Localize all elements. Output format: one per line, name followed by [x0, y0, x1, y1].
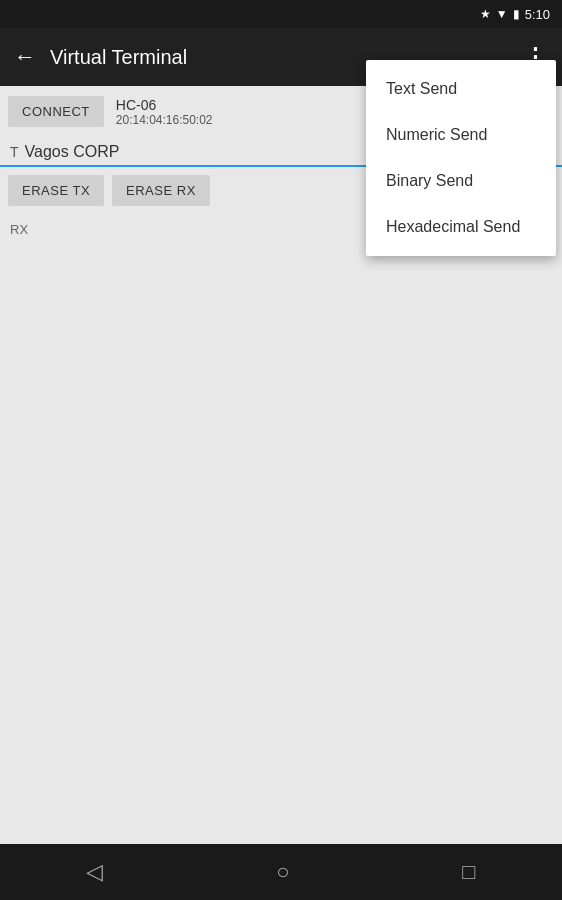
input-prefix: T — [10, 144, 19, 160]
menu-item-text-send[interactable]: Text Send — [366, 66, 556, 112]
wifi-icon: ▼ — [496, 7, 508, 21]
status-icons: ★ ▼ ▮ 5:10 — [480, 7, 550, 22]
home-nav-icon[interactable]: ○ — [276, 859, 289, 885]
recents-nav-icon[interactable]: □ — [462, 859, 475, 885]
device-mac: 20:14:04:16:50:02 — [116, 113, 399, 127]
status-time: 5:10 — [525, 7, 550, 22]
dropdown-menu: Text Send Numeric Send Binary Send Hexad… — [366, 60, 556, 256]
device-name: HC-06 — [116, 97, 399, 113]
status-bar: ★ ▼ ▮ 5:10 — [0, 0, 562, 28]
back-button[interactable]: ← — [14, 44, 36, 70]
back-nav-icon[interactable]: ◁ — [86, 859, 103, 885]
menu-item-binary-send[interactable]: Binary Send — [366, 158, 556, 204]
main-area — [0, 245, 562, 831]
bluetooth-icon: ★ — [480, 7, 491, 21]
menu-item-numeric-send[interactable]: Numeric Send — [366, 112, 556, 158]
battery-icon: ▮ — [513, 7, 520, 21]
device-info: HC-06 20:14:04:16:50:02 — [116, 97, 399, 127]
erase-rx-button[interactable]: ERASE RX — [112, 175, 210, 206]
menu-item-hexadecimal-send[interactable]: Hexadecimal Send — [366, 204, 556, 250]
connect-button[interactable]: CONNECT — [8, 96, 104, 127]
erase-tx-button[interactable]: ERASE TX — [8, 175, 104, 206]
nav-bar: ◁ ○ □ — [0, 844, 562, 900]
